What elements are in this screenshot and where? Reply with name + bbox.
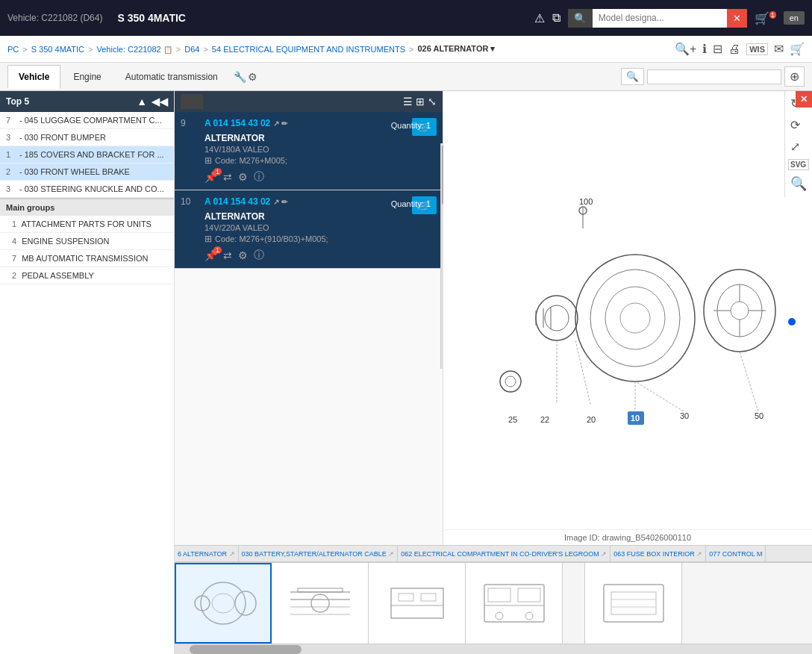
part-10-info-icon[interactable]: ⓘ [254, 249, 264, 262]
sidebar-group-item-2[interactable]: 7 MB AUTOMATIC TRANSMISSION [0, 250, 174, 267]
part-9-settings-icon[interactable]: ⚙ [238, 171, 248, 183]
part-9-badge-container: 📌 1 [204, 171, 217, 183]
list-view-icon[interactable]: ☰ [403, 96, 413, 108]
label-10: 10 [631, 414, 640, 423]
tab-search-btn[interactable]: 🔍 [621, 68, 644, 85]
sidebar-item-2[interactable]: 1 - 185 COVERS AND BRACKET FOR ... [0, 146, 174, 164]
cart2-icon[interactable]: 🛒 [790, 42, 805, 56]
svg-rect-40 [488, 588, 510, 602]
sidebar-arrows-icon[interactable]: ◀◀ [152, 96, 168, 108]
thumb-label-2[interactable]: 062 ELECTRICAL COMPARTMENT IN CO-DRIVER'… [398, 546, 610, 561]
thumb-label-0[interactable]: 6 ALTERNATOR ↗ [175, 546, 239, 561]
svg-point-6 [536, 296, 578, 340]
thumbnail-3[interactable] [466, 563, 563, 644]
svg-point-3 [590, 270, 680, 367]
diagram-zoom-icon[interactable]: 🔍 [788, 173, 809, 194]
sidebar-group-item-0[interactable]: 1 ATTACHMENT PARTS FOR UNITS [0, 216, 174, 233]
search-box: 🔍 ✕ [568, 9, 747, 28]
hscroll-thumb[interactable] [190, 645, 302, 654]
breadcrumb-tools: 🔍+ ℹ ⊟ 🖨 WIS ✉ 🛒 [675, 42, 805, 56]
sidebar-item-3[interactable]: 2 - 030 FRONT WHEEL BRAKE [0, 164, 174, 181]
svg-point-20 [500, 371, 521, 392]
mail-icon[interactable]: ✉ [774, 42, 784, 56]
info-icon[interactable]: ℹ [702, 42, 707, 56]
svg-line-19 [740, 352, 758, 411]
breadcrumb-vehicle[interactable]: Vehicle: C221082 📋 [96, 45, 172, 54]
search-input[interactable] [593, 9, 727, 27]
thumbnail-strip-labels: 6 ALTERNATOR ↗ 030 BATTERY,STARTER/ALTER… [175, 545, 812, 561]
fullscreen-icon[interactable]: ⤡ [428, 96, 437, 108]
svg-point-25 [201, 582, 246, 624]
tab-engine[interactable]: Engine [62, 65, 112, 89]
thumbnail-2[interactable] [369, 563, 466, 644]
grid-view-icon[interactable]: ⊞ [416, 96, 425, 108]
thumbnail-4[interactable] [585, 563, 682, 644]
svg-point-34 [311, 594, 329, 612]
breadcrumb-electrical[interactable]: 54 ELECTRICAL EQUIPMENT AND INSTRUMENTS [212, 45, 405, 54]
breadcrumb-pc[interactable]: PC [7, 45, 19, 54]
thumbnail-0[interactable] [175, 563, 272, 644]
sidebar-main-groups-header: Main groups [0, 198, 174, 216]
svg-point-44 [525, 612, 533, 620]
breadcrumb-d64[interactable]: D64 [184, 45, 199, 54]
cart-icon-btn[interactable]: 🛒1 [755, 11, 776, 25]
sidebar-collapse-icon[interactable]: ▲ [137, 96, 147, 108]
parts-diagram-split: ☰ ⊞ ⤡ 9 A 014 154 43 02 ↗ ✏ 🛒 [175, 91, 812, 545]
diagram-history-icon[interactable]: ⟳ [788, 116, 809, 134]
tab-search-input[interactable] [647, 69, 781, 84]
svg-point-27 [195, 596, 210, 611]
blue-dot [788, 318, 796, 326]
top-bar: Vehicle: C221082 (D64) S 350 4MATIC ⚠ ⧉ … [0, 0, 812, 36]
part-10-num: 10 [181, 196, 199, 207]
part-10-badge-container: 📌 1 [204, 249, 217, 261]
print-icon[interactable]: 🖨 [728, 43, 740, 56]
label-22: 22 [540, 415, 549, 424]
parts-list-body: 9 A 014 154 43 02 ↗ ✏ 🛒 Quantity: 1 ALTE… [175, 112, 443, 545]
part-10-settings-icon[interactable]: ⚙ [238, 249, 248, 261]
zoom-icon[interactable]: 🔍+ [675, 42, 696, 56]
part-10-compare-icon[interactable]: ⇄ [223, 249, 232, 261]
thumbnail-svg-4 [596, 577, 671, 629]
sidebar-group-item-3[interactable]: 2 PEDAL ASSEMBLY [0, 267, 174, 284]
diagram-caption: Image ID: drawing_B54026000110 [443, 529, 812, 545]
svg-point-26 [212, 594, 234, 613]
tab-vehicle[interactable]: Vehicle [7, 65, 60, 89]
breadcrumb-alternator[interactable]: 026 ALTERNATOR ▾ [417, 44, 495, 54]
part-9-compare-icon[interactable]: ⇄ [223, 171, 232, 183]
label-30: 30 [680, 411, 689, 420]
tab-search-plus[interactable]: ⊕ [784, 66, 805, 87]
tab-icon-2[interactable]: ⚙ [248, 71, 257, 83]
part-10-article[interactable]: A 014 154 43 02 ↗ ✏ [204, 196, 406, 207]
part-9-spec: 14V/180A VALEO [181, 145, 437, 154]
sidebar-group-item-1[interactable]: 4 ENGINE SUSPENSION [0, 233, 174, 250]
label-100: 100 [579, 197, 593, 206]
search-submit-btn[interactable]: 🔍 [568, 9, 593, 28]
part-9-info-icon[interactable]: ⓘ [254, 170, 264, 184]
breadcrumb-model[interactable]: S 350 4MATIC [31, 45, 84, 54]
sidebar-item-0[interactable]: 7 - 045 LUGGAGE COMPARTMENT C... [0, 112, 174, 129]
wis-icon[interactable]: WIS [746, 43, 768, 55]
diagram-svg-icon[interactable]: SVG [788, 159, 809, 170]
thumbnail-1[interactable] [272, 563, 369, 644]
filter-icon[interactable]: ⊟ [713, 42, 722, 56]
diagram-resize-icon[interactable]: ⤢ [788, 137, 809, 156]
part-9-actions: 📌 1 ⇄ ⚙ ⓘ [181, 170, 437, 184]
parts-list: ☰ ⊞ ⤡ 9 A 014 154 43 02 ↗ ✏ 🛒 [175, 91, 443, 545]
thumb-label-3[interactable]: 063 FUSE BOX INTERIOR ↗ [610, 546, 706, 561]
copy-icon-btn[interactable]: ⧉ [552, 11, 560, 25]
tab-icon-1[interactable]: 🔧 [234, 71, 246, 83]
part-9-article[interactable]: A 014 154 43 02 ↗ ✏ [204, 118, 406, 128]
thumb-label-4[interactable]: 077 CONTROL M [706, 546, 766, 561]
sidebar-item-1[interactable]: 3 - 030 FRONT BUMPER [0, 129, 174, 146]
hscroll-bar[interactable] [175, 644, 812, 654]
lang-badge[interactable]: en [784, 11, 805, 25]
thumb-label-1[interactable]: 030 BATTERY,STARTER/ALTERNATOR CABLE ↗ [239, 546, 399, 561]
sidebar-item-4[interactable]: 3 - 030 STEERING KNUCKLE AND CO... [0, 181, 174, 198]
parts-list-header: ☰ ⊞ ⤡ [175, 91, 443, 112]
svg-point-43 [496, 612, 503, 620]
thumbnail-svg-2 [380, 577, 455, 629]
warning-icon-btn[interactable]: ⚠ [534, 11, 545, 25]
search-clear-btn[interactable]: ✕ [727, 9, 747, 28]
diagram-close-btn[interactable]: ✕ [796, 91, 812, 108]
tab-automatic-transmission[interactable]: Automatic transmission [114, 65, 229, 89]
